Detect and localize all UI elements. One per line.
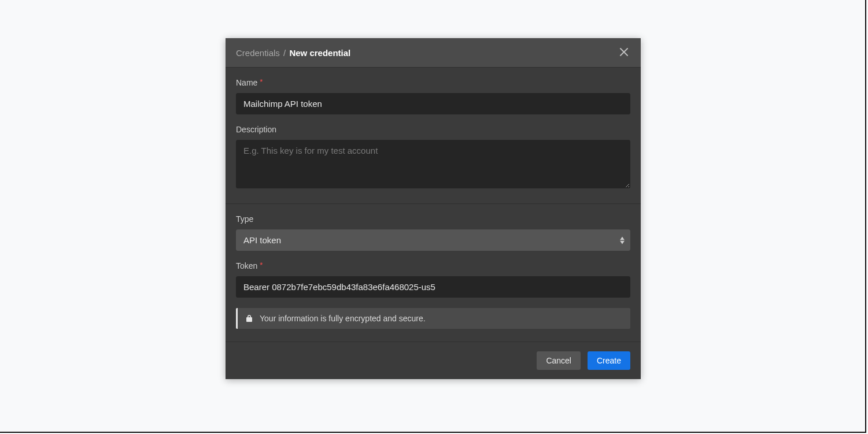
modal-title: Credentials / New credential (236, 48, 350, 58)
token-input[interactable] (236, 276, 630, 298)
token-label-text: Token (236, 261, 257, 270)
page-title: New credential (289, 48, 350, 58)
name-label-text: Name (236, 78, 257, 87)
description-label-text: Description (236, 125, 276, 134)
breadcrumb-separator: / (283, 48, 286, 58)
section-type: Type API token Token* (226, 204, 641, 342)
create-button[interactable]: Create (588, 351, 630, 370)
credential-modal: Credentials / New credential Name* (226, 38, 641, 379)
close-icon (620, 48, 628, 58)
encryption-banner: Your information is fully encrypted and … (236, 308, 630, 329)
field-name: Name* (236, 78, 630, 114)
description-label: Description (236, 125, 630, 134)
modal-header: Credentials / New credential (226, 38, 641, 68)
type-label-text: Type (236, 214, 253, 224)
cancel-button[interactable]: Cancel (537, 351, 581, 370)
type-label: Type (236, 214, 630, 224)
name-input[interactable] (236, 93, 630, 114)
description-textarea[interactable] (236, 140, 630, 188)
type-select-wrap: API token (236, 229, 630, 251)
breadcrumb-parent: Credentials (236, 48, 280, 58)
token-label: Token* (236, 261, 630, 270)
required-marker-icon: * (260, 77, 263, 86)
field-description: Description (236, 125, 630, 191)
lock-icon (246, 314, 253, 322)
field-type: Type API token (236, 214, 630, 251)
section-basic: Name* Description (226, 68, 641, 204)
field-token: Token* (236, 261, 630, 298)
required-marker-icon: * (260, 261, 263, 269)
type-select[interactable]: API token (236, 229, 630, 251)
modal-body: Name* Description Type (226, 68, 641, 342)
close-button[interactable] (618, 46, 630, 59)
modal-footer: Cancel Create (226, 342, 641, 379)
name-label: Name* (236, 78, 630, 87)
encryption-message: Your information is fully encrypted and … (260, 314, 426, 323)
